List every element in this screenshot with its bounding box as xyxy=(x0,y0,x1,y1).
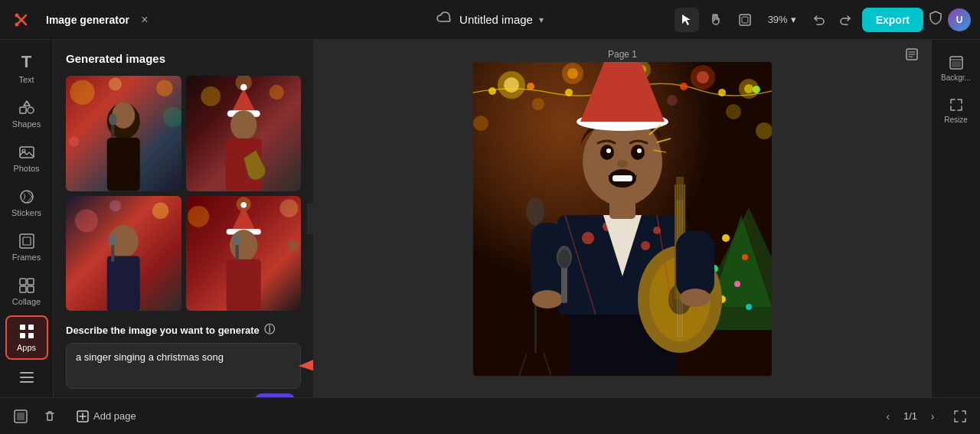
sidebar-item-shapes-label: Shapes xyxy=(12,119,41,129)
resize-icon xyxy=(949,97,964,113)
free-badge-text: Free xyxy=(271,396,289,398)
more-icon xyxy=(18,369,35,386)
shield-icon xyxy=(928,10,943,29)
export-button[interactable]: Export xyxy=(862,8,923,32)
sidebar-item-stickers-label: Stickers xyxy=(11,208,41,217)
svg-point-85 xyxy=(722,234,730,242)
sidebar-item-collage[interactable]: Collage xyxy=(5,271,48,312)
svg-point-45 xyxy=(109,233,117,245)
sidebar-item-photos[interactable]: Photos xyxy=(5,138,48,179)
svg-point-0 xyxy=(15,13,19,17)
svg-rect-2 xyxy=(740,15,750,25)
panel-title: Image generator xyxy=(46,14,129,26)
sidebar-item-more[interactable] xyxy=(5,363,48,392)
svg-rect-21 xyxy=(20,381,34,383)
svg-point-78 xyxy=(527,83,534,90)
info-icon[interactable]: ⓘ xyxy=(264,323,275,337)
page-indicator: 1/1 xyxy=(903,410,917,422)
svg-point-84 xyxy=(753,86,760,93)
prev-page-button[interactable]: ‹ xyxy=(877,406,899,427)
background-tool[interactable]: Backgr... xyxy=(936,49,976,88)
svg-rect-3 xyxy=(742,17,748,23)
close-panel-button[interactable]: × xyxy=(136,11,154,29)
generated-image-3[interactable] xyxy=(66,196,181,312)
free-badge: ⊕ Free xyxy=(255,393,295,397)
sidebar-item-apps[interactable]: Apps xyxy=(5,315,48,360)
delete-icon[interactable] xyxy=(38,405,61,428)
svg-rect-10 xyxy=(23,237,31,245)
svg-point-22 xyxy=(70,80,94,104)
frame-tool-button[interactable] xyxy=(733,8,757,32)
background-icon xyxy=(949,55,964,70)
collage-icon xyxy=(18,277,35,294)
app-logo[interactable] xyxy=(9,8,34,32)
svg-point-117 xyxy=(637,148,642,153)
svg-point-33 xyxy=(269,85,283,100)
zoom-control[interactable]: 39% ▾ xyxy=(762,11,802,28)
free-badge-icon: ⊕ xyxy=(261,395,268,397)
resize-label: Resize xyxy=(944,116,968,124)
topbar: Image generator × Untitled image ▾ xyxy=(0,0,980,40)
undo-button[interactable] xyxy=(807,8,831,32)
svg-rect-9 xyxy=(20,234,34,248)
generated-image-4[interactable] xyxy=(186,196,302,312)
svg-point-70 xyxy=(744,84,753,93)
prompt-section xyxy=(66,343,301,392)
prompt-textarea[interactable] xyxy=(66,343,301,389)
sidebar-item-frames[interactable]: Frames xyxy=(5,227,48,268)
svg-rect-120 xyxy=(612,175,632,181)
text-icon: T xyxy=(21,52,31,72)
sidebar-item-frames-label: Frames xyxy=(12,253,41,262)
main-layout: T Text Shapes Photos St xyxy=(0,40,980,397)
sidebar-item-apps-label: Apps xyxy=(17,343,36,352)
resize-tool[interactable]: Resize xyxy=(936,91,976,130)
svg-point-90 xyxy=(746,304,752,310)
svg-rect-28 xyxy=(107,138,140,191)
svg-rect-19 xyxy=(20,372,34,374)
generated-image-1[interactable] xyxy=(66,76,181,191)
canvas-area[interactable]: Page 1 xyxy=(314,40,931,397)
svg-rect-12 xyxy=(28,279,34,285)
zoom-arrow: ▾ xyxy=(791,14,796,25)
thumbnail-icon[interactable] xyxy=(9,405,32,428)
svg-point-5 xyxy=(28,107,34,113)
page-navigation: ‹ 1/1 › xyxy=(877,406,943,427)
sidebar-item-stickers[interactable]: Stickers xyxy=(5,182,48,224)
main-canvas-image xyxy=(473,62,772,376)
select-tool-button[interactable] xyxy=(675,8,699,32)
svg-point-77 xyxy=(488,87,496,95)
svg-rect-132 xyxy=(17,413,24,420)
sidebar-item-text[interactable]: T Text xyxy=(5,46,48,90)
zoom-level: 39% xyxy=(768,14,788,25)
svg-point-64 xyxy=(567,68,578,79)
svg-point-32 xyxy=(201,86,220,106)
document-title-arrow[interactable]: ▾ xyxy=(539,15,544,25)
sidebar-item-text-label: Text xyxy=(18,75,34,84)
svg-point-55 xyxy=(233,233,241,245)
frames-icon xyxy=(18,233,35,250)
fit-screen-button[interactable] xyxy=(949,406,971,427)
panel-collapse-handle[interactable]: ‹ xyxy=(307,204,314,234)
document-title[interactable]: Untitled image xyxy=(459,13,533,26)
canvas-options-icon[interactable] xyxy=(905,47,919,64)
hand-tool-button[interactable] xyxy=(704,8,728,32)
svg-point-111 xyxy=(680,289,710,307)
shapes-icon xyxy=(18,100,35,116)
user-avatar[interactable]: U xyxy=(948,8,971,31)
svg-rect-18 xyxy=(28,333,34,338)
describe-label: Describe the image you want to generate … xyxy=(66,323,301,337)
svg-rect-130 xyxy=(952,61,961,67)
svg-point-92 xyxy=(526,197,544,225)
sidebar-item-shapes[interactable]: Shapes xyxy=(5,93,48,135)
svg-rect-17 xyxy=(20,333,25,338)
generated-image-2[interactable] xyxy=(186,76,302,191)
topbar-tools: 39% ▾ Export U xyxy=(675,8,971,32)
photos-icon xyxy=(18,144,35,161)
describe-text: Describe the image you want to generate xyxy=(66,325,260,336)
svg-point-86 xyxy=(742,254,748,260)
svg-point-82 xyxy=(680,83,688,90)
add-page-button[interactable]: Add page xyxy=(67,406,145,427)
next-page-button[interactable]: › xyxy=(922,406,943,427)
redo-button[interactable] xyxy=(833,8,858,32)
cloud-icon xyxy=(436,11,453,28)
